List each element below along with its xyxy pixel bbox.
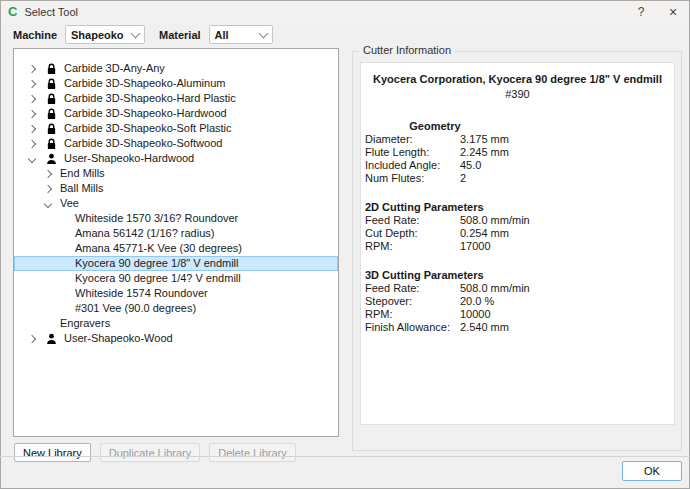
section-header: 2D Cutting Parameters [365,200,670,214]
machine-select-value: Shapeoko [71,29,132,41]
tree-item[interactable]: Whiteside 1570 3/16? Roundover [14,211,338,226]
info-label: Feed Rate: [365,214,460,227]
tree-item-label: End Mills [60,166,105,181]
tree-item[interactable]: Amana 56142 (1/16? radius) [14,226,338,241]
chevron-right-icon[interactable] [24,126,40,132]
tree-item[interactable]: #301 Vee (90.0 degrees) [14,301,338,316]
tree-item-label: Vee [60,196,79,211]
info-row: Num Flutes:2 [365,172,670,185]
chevron-right-icon[interactable] [24,96,40,102]
tree-item-label: Carbide 3D-Shapeoko-Aluminum [64,76,225,91]
tree-item-label: Carbide 3D-Shapeoko-Soft Plastic [64,121,232,136]
cutter-information-group-label: Cutter Information [359,44,455,56]
close-button[interactable]: × [657,1,689,22]
tree-item[interactable]: Kyocera 90 degree 1/4? V endmill [14,271,338,286]
app-logo-icon: C [8,5,17,18]
tree-item[interactable]: Amana 45771-K Vee (30 degrees) [14,241,338,256]
tree-item-label: Amana 56142 (1/16? radius) [75,226,214,241]
tree-item-label: Kyocera 90 degree 1/8" V endmill [75,256,239,271]
info-value: 45.0 [460,159,481,172]
tree-item-label: User-Shapeoko-Hardwood [64,151,194,166]
lock-icon [44,138,58,150]
new-library-button[interactable]: New Library [14,443,91,462]
cutter-title: Kyocera Corporation, Kyocera 90 degree 1… [365,73,670,85]
tree-item[interactable]: End Mills [14,166,338,181]
chevron-right-icon[interactable] [40,171,56,177]
tree-item[interactable]: Carbide 3D-Shapeoko-Hardwood [14,106,338,121]
material-label: Material [159,29,201,41]
machine-select[interactable]: Shapeoko [65,25,145,44]
cutter-information-panel: Kyocera Corporation, Kyocera 90 degree 1… [360,62,675,425]
tree-item[interactable]: Carbide 3D-Shapeoko-Soft Plastic [14,121,338,136]
info-row: Feed Rate:508.0 mm/min [365,214,670,227]
info-value: 508.0 mm/min [460,214,530,227]
info-value: 10000 [460,308,491,321]
tool-tree[interactable]: Carbide 3D-Any-AnyCarbide 3D-Shapeoko-Al… [13,48,339,437]
lock-icon [44,93,58,105]
tree-item-label: #301 Vee (90.0 degrees) [75,301,196,316]
info-row: RPM:10000 [365,308,670,321]
user-icon [44,153,58,165]
chevron-right-icon[interactable] [24,66,40,72]
info-label: Finish Allowance: [365,321,460,334]
library-button-bar: New LibraryDuplicate LibraryDelete Libra… [14,443,296,462]
material-select-value: All [215,29,260,41]
info-row: Diameter:3.175 mm [365,133,670,146]
chevron-down-icon[interactable] [24,156,40,162]
chevron-down-icon[interactable] [40,201,56,207]
machine-label: Machine [13,29,57,41]
chevron-right-icon[interactable] [24,141,40,147]
tree-item-label: Engravers [60,316,110,331]
cutter-sections: GeometryDiameter:3.175 mmFlute Length:2.… [365,119,670,334]
info-label: Stepover: [365,295,460,308]
tree-item[interactable]: Carbide 3D-Shapeoko-Hard Plastic [14,91,338,106]
chevron-right-icon[interactable] [24,81,40,87]
chevron-right-icon[interactable] [24,111,40,117]
chevron-down-icon [258,28,268,38]
tree-item[interactable]: Vee [14,196,338,211]
cutter-section: GeometryDiameter:3.175 mmFlute Length:2.… [365,119,670,185]
titlebar: C Select Tool ? × [1,1,689,22]
chevron-right-icon[interactable] [24,336,40,342]
info-row: Feed Rate:508.0 mm/min [365,282,670,295]
chevron-right-icon[interactable] [40,186,56,192]
info-row: Finish Allowance:2.540 mm [365,321,670,334]
tree-item[interactable]: User-Shapeoko-Hardwood [14,151,338,166]
tree-item[interactable]: Ball Mills [14,181,338,196]
info-label: Feed Rate: [365,282,460,295]
lock-icon [44,108,58,120]
info-label: RPM: [365,240,460,253]
info-row: Stepover:20.0 % [365,295,670,308]
cutter-information-group: Cutter Information Kyocera Corporation, … [352,51,682,451]
info-value: 508.0 mm/min [460,282,530,295]
info-label: Num Flutes: [365,172,460,185]
tree-item[interactable]: User-Shapeoko-Wood [14,331,338,346]
tree-item[interactable]: Whiteside 1574 Roundover [14,286,338,301]
select-tool-dialog: { "window": { "title": "Select Tool", "h… [0,0,690,489]
duplicate-library-button: Duplicate Library [100,443,201,462]
tree-item[interactable]: Engravers [14,316,338,331]
info-label: Diameter: [365,133,460,146]
info-label: Cut Depth: [365,227,460,240]
info-value: 0.254 mm [460,227,509,240]
info-value: 20.0 % [460,295,494,308]
info-value: 2 [460,172,466,185]
tree-item[interactable]: Carbide 3D-Any-Any [14,61,338,76]
info-value: 17000 [460,240,491,253]
material-select[interactable]: All [209,25,273,44]
chevron-down-icon [131,28,141,38]
tree-item[interactable]: Kyocera 90 degree 1/8" V endmill [14,256,338,271]
ok-button[interactable]: OK [622,461,682,481]
help-button[interactable]: ? [625,1,657,22]
info-value: 3.175 mm [460,133,509,146]
lock-icon [44,78,58,90]
tree-item[interactable]: Carbide 3D-Shapeoko-Aluminum [14,76,338,91]
tree-item-label: Carbide 3D-Shapeoko-Softwood [64,136,222,151]
tree-item-label: Amana 45771-K Vee (30 degrees) [75,241,242,256]
lock-icon [44,123,58,135]
info-label: RPM: [365,308,460,321]
cutter-number: #390 [365,88,670,100]
info-value: 2.245 mm [460,146,509,159]
filter-toolbar: Machine Shapeoko Material All [13,25,273,44]
tree-item[interactable]: Carbide 3D-Shapeoko-Softwood [14,136,338,151]
